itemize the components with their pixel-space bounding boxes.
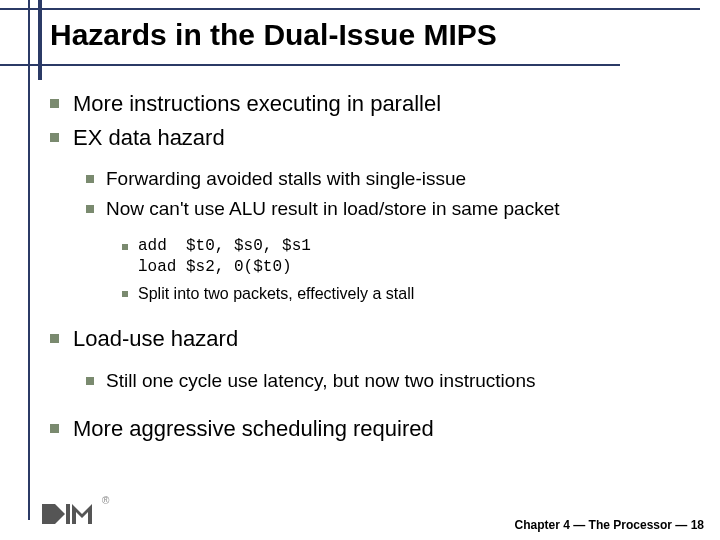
square-bullet-icon bbox=[86, 205, 94, 213]
svg-rect-2 bbox=[66, 504, 70, 524]
code-line: load $s2, 0($t0) bbox=[138, 258, 292, 276]
bullet-text: Now can't use ALU result in load/store i… bbox=[106, 196, 690, 222]
bullet-text: Still one cycle use latency, but now two… bbox=[106, 368, 690, 394]
bullet-lvl1: More instructions executing in parallel bbox=[50, 89, 690, 119]
code-snippet: add $t0, $s0, $s1 load $s2, 0($t0) bbox=[138, 236, 690, 279]
bullet-lvl2: Now can't use ALU result in load/store i… bbox=[86, 196, 690, 222]
bullet-lvl3: add $t0, $s0, $s1 load $s2, 0($t0) bbox=[122, 236, 690, 279]
title-underline bbox=[0, 64, 620, 66]
bullet-text: Split into two packets, effectively a st… bbox=[138, 283, 690, 305]
bullet-lvl1: EX data hazard bbox=[50, 123, 690, 153]
svg-marker-1 bbox=[55, 504, 65, 524]
bullet-lvl1: More aggressive scheduling required bbox=[50, 414, 690, 444]
svg-marker-3 bbox=[72, 504, 92, 524]
square-bullet-icon bbox=[50, 99, 59, 108]
slide: Hazards in the Dual-Issue MIPS More inst… bbox=[0, 0, 720, 540]
bullet-text: Load-use hazard bbox=[73, 324, 690, 354]
svg-rect-0 bbox=[42, 504, 55, 524]
bullet-text: EX data hazard bbox=[73, 123, 690, 153]
bullet-lvl3: Split into two packets, effectively a st… bbox=[122, 283, 690, 305]
left-rule-thick bbox=[38, 0, 42, 80]
bullet-text: Forwarding avoided stalls with single-is… bbox=[106, 166, 690, 192]
square-bullet-icon bbox=[122, 291, 128, 297]
square-bullet-icon bbox=[50, 424, 59, 433]
square-bullet-icon bbox=[122, 244, 128, 250]
code-line: add $t0, $s0, $s1 bbox=[138, 237, 311, 255]
slide-body: More instructions executing in parallel … bbox=[50, 85, 690, 447]
bullet-text: More aggressive scheduling required bbox=[73, 414, 690, 444]
left-rule-thin bbox=[28, 0, 30, 520]
publisher-logo-icon bbox=[42, 498, 102, 530]
bullet-lvl1: Load-use hazard bbox=[50, 324, 690, 354]
slide-title: Hazards in the Dual-Issue MIPS bbox=[50, 18, 497, 52]
square-bullet-icon bbox=[50, 334, 59, 343]
registered-icon: ® bbox=[102, 495, 109, 506]
slide-footer: Chapter 4 — The Processor — 18 bbox=[515, 518, 704, 532]
bullet-text: More instructions executing in parallel bbox=[73, 89, 690, 119]
bullet-lvl2: Still one cycle use latency, but now two… bbox=[86, 368, 690, 394]
square-bullet-icon bbox=[86, 175, 94, 183]
square-bullet-icon bbox=[86, 377, 94, 385]
bullet-lvl2: Forwarding avoided stalls with single-is… bbox=[86, 166, 690, 192]
square-bullet-icon bbox=[50, 133, 59, 142]
top-rule bbox=[0, 8, 700, 10]
